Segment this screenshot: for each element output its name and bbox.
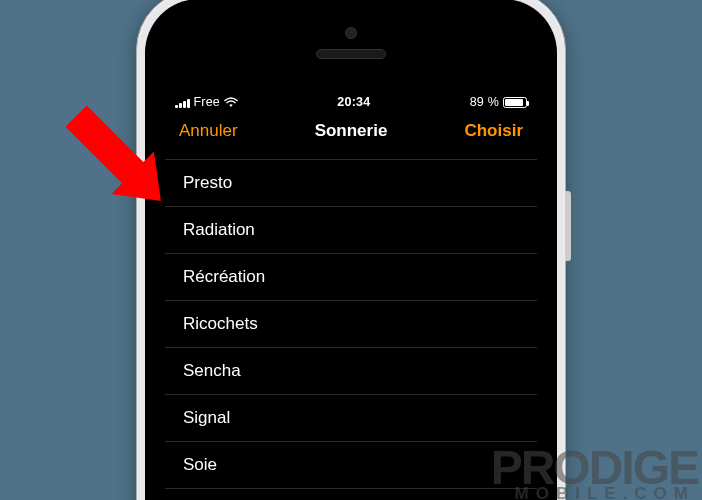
carrier-label: Free [194,95,221,109]
phone-bezel: Free 20:34 89 % Annuler Sonn [145,0,557,500]
wifi-icon [224,97,238,108]
phone-frame: Free 20:34 89 % Annuler Sonn [136,0,566,500]
battery-fill [505,99,523,106]
ringtone-item[interactable]: Signal [165,395,537,442]
ringtone-item[interactable]: Ricochets [165,301,537,348]
svg-rect-0 [66,106,147,187]
clock: 20:34 [337,95,370,109]
page-title: Sonnerie [315,121,388,141]
nav-bar: Annuler Sonnerie Choisir [165,111,537,153]
ringtone-item[interactable]: Radiation [165,207,537,254]
ringtone-list[interactable]: Presto Radiation Récréation Ricochets Se… [165,159,537,489]
front-camera [345,27,357,39]
ringtone-item[interactable]: Presto [165,159,537,207]
screen: Free 20:34 89 % Annuler Sonn [165,89,537,500]
battery-text: 89 % [470,95,499,109]
signal-icon [175,97,190,108]
ringtone-item[interactable]: Récréation [165,254,537,301]
cancel-button[interactable]: Annuler [179,121,238,141]
status-bar: Free 20:34 89 % [165,89,537,111]
choose-button[interactable]: Choisir [464,121,523,141]
battery-icon [503,97,527,108]
ringtone-item[interactable]: Soie [165,442,537,489]
earpiece-speaker [316,49,386,59]
ringtone-item[interactable]: Sencha [165,348,537,395]
